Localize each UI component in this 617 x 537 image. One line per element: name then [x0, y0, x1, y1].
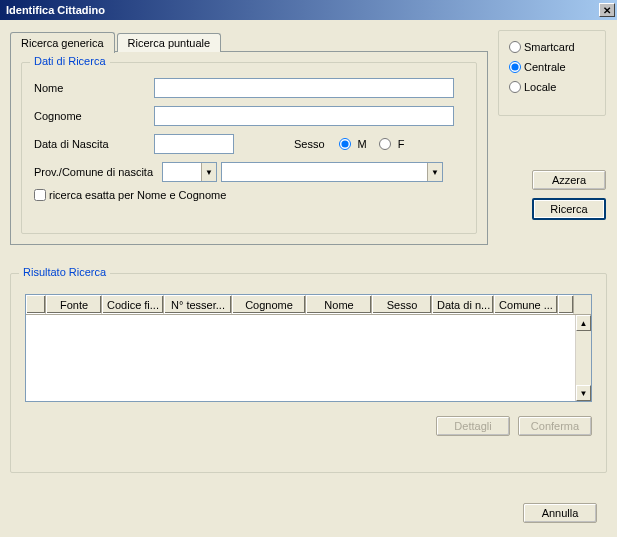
cognome-input[interactable]: [154, 106, 454, 126]
client-area: Ricerca generica Ricerca puntuale Dati d…: [0, 20, 617, 537]
cognome-label: Cognome: [34, 110, 154, 122]
col-codice-fiscale[interactable]: Codice fi...: [102, 295, 164, 314]
prov-comune-label: Prov./Comune di nascita: [34, 166, 162, 178]
nome-label: Nome: [34, 82, 154, 94]
source-smartcard-radio[interactable]: [509, 41, 521, 53]
source-smartcard-label: Smartcard: [524, 41, 575, 53]
dettagli-button[interactable]: Dettagli: [436, 416, 510, 436]
result-table: Fonte Codice fi... N° tesser... Cognome …: [25, 294, 592, 402]
annulla-button[interactable]: Annulla: [523, 503, 597, 523]
comune-value: [222, 163, 427, 181]
prov-value: [163, 163, 201, 181]
nome-input[interactable]: [154, 78, 454, 98]
scroll-up-icon[interactable]: ▲: [576, 315, 591, 331]
chevron-down-icon[interactable]: ▼: [427, 163, 442, 181]
comune-combo[interactable]: ▼: [221, 162, 443, 182]
button-label: Annulla: [542, 507, 579, 519]
col-comune[interactable]: Comune ...: [494, 295, 558, 314]
tab-label: Ricerca generica: [21, 37, 104, 49]
col-nome[interactable]: Nome: [306, 295, 372, 314]
sesso-m-label: M: [358, 138, 367, 150]
tabstrip: Ricerca generica Ricerca puntuale: [10, 30, 488, 52]
col-cognome[interactable]: Cognome: [232, 295, 306, 314]
tab-label: Ricerca puntuale: [128, 37, 211, 49]
source-centrale-label: Centrale: [524, 61, 566, 73]
group-legend: Risultato Ricerca: [19, 266, 110, 278]
tab-panel: Dati di Ricerca Nome Cognome Data di Nas…: [10, 51, 488, 245]
sesso-f-label: F: [398, 138, 405, 150]
azzera-button[interactable]: Azzera: [532, 170, 606, 190]
sesso-f-radio[interactable]: [379, 138, 391, 150]
tab-ricerca-generica[interactable]: Ricerca generica: [10, 32, 115, 53]
window-title: Identifica Cittadino: [6, 4, 105, 16]
ricerca-esatta-label: ricerca esatta per Nome e Cognome: [49, 189, 226, 201]
group-legend: Dati di Ricerca: [30, 55, 110, 67]
chevron-down-icon[interactable]: ▼: [201, 163, 216, 181]
titlebar: Identifica Cittadino ✕: [0, 0, 617, 20]
col-blank[interactable]: [26, 295, 46, 314]
source-group: Smartcard Centrale Locale: [498, 30, 606, 116]
table-header: Fonte Codice fi... N° tesser... Cognome …: [26, 295, 591, 315]
col-sesso[interactable]: Sesso: [372, 295, 432, 314]
dati-ricerca-group: Dati di Ricerca Nome Cognome Data di Nas…: [21, 62, 477, 234]
prov-combo[interactable]: ▼: [162, 162, 217, 182]
source-locale-label: Locale: [524, 81, 556, 93]
ricerca-esatta-checkbox[interactable]: [34, 189, 46, 201]
col-n-tessera[interactable]: N° tesser...: [164, 295, 232, 314]
vertical-scrollbar[interactable]: ▲ ▼: [575, 315, 591, 401]
risultato-ricerca-group: Risultato Ricerca Fonte Codice fi... N° …: [10, 273, 607, 473]
source-centrale-radio[interactable]: [509, 61, 521, 73]
sesso-m-radio[interactable]: [339, 138, 351, 150]
ricerca-button[interactable]: Ricerca: [532, 198, 606, 220]
data-nascita-label: Data di Nascita: [34, 138, 154, 150]
button-label: Azzera: [552, 174, 586, 186]
col-fonte[interactable]: Fonte: [46, 295, 102, 314]
sesso-label: Sesso: [294, 138, 325, 150]
col-data-nascita[interactable]: Data di n...: [432, 295, 494, 314]
conferma-button[interactable]: Conferma: [518, 416, 592, 436]
source-locale-radio[interactable]: [509, 81, 521, 93]
data-nascita-input[interactable]: [154, 134, 234, 154]
scroll-down-icon[interactable]: ▼: [576, 385, 591, 401]
close-icon[interactable]: ✕: [599, 3, 615, 17]
col-scroll-spacer: [558, 295, 574, 314]
tab-ricerca-puntuale[interactable]: Ricerca puntuale: [117, 33, 222, 52]
button-label: Conferma: [531, 420, 579, 432]
button-label: Dettagli: [454, 420, 491, 432]
button-label: Ricerca: [550, 203, 587, 215]
